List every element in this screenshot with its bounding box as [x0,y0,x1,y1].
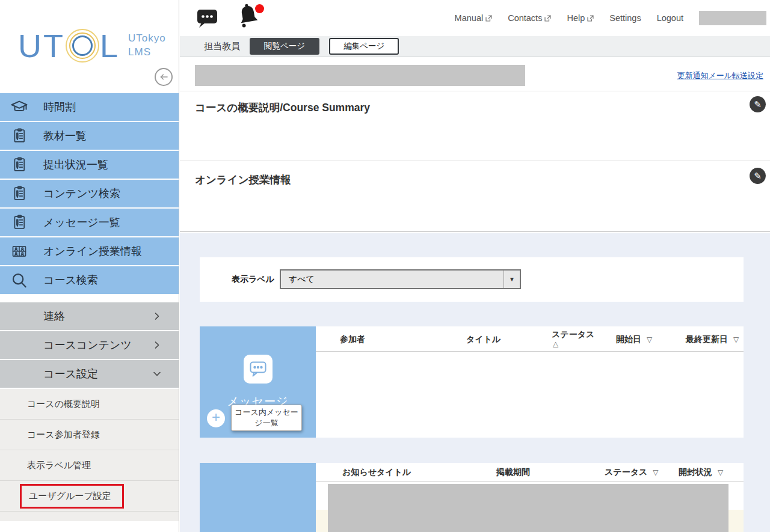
arrow-left-icon [158,72,169,82]
sidebar-item-submission-status[interactable]: 提出状況一覧 [0,151,179,180]
logo-text-ut: UT [18,29,65,62]
help-link[interactable]: Help [567,13,594,23]
notification-badge [255,4,264,13]
sidebar-item-display-label-management[interactable]: 表示ラベル管理 [0,450,179,481]
manual-link-label: Manual [455,13,484,23]
logo-subtitle: UTokyo LMS [128,32,166,60]
sidebar-item-timetable[interactable]: 時間割 [0,93,179,122]
clipboard-icon [10,126,29,145]
tab-edit-page[interactable]: 編集ページ [329,38,399,55]
course-header-panel: 更新通知メール転送設定 コースの概要説明/Course Summary ✎ オン… [180,57,770,232]
column-status-sortable[interactable]: ステータス ▽ [605,467,658,478]
video-meeting-grid-icon [10,242,29,261]
display-label-filter-panel: 表示ラベル すべて ▼ [200,257,744,302]
divider [180,161,770,161]
sort-descending-icon: ▽ [733,335,739,344]
settings-link-label: Settings [609,13,641,23]
sidebar-item-course-contents[interactable]: コースコンテンツ [0,331,179,360]
sidebar-item-label: コース検索 [43,273,98,287]
speech-bubble-icon [250,361,266,378]
page-mode-tabbar: 担当教員 閲覧ページ 編集ページ [180,36,770,57]
message-table: 参加者 タイトル ステータス △ 開始日 ▽ 最終更新日 ▽ [316,326,744,438]
announcement-card-blue-panel [200,463,316,532]
sidebar-item-label: 教材一覧 [43,129,87,143]
sidebar-item-course-settings[interactable]: コース設定 [0,360,179,389]
clipboard-icon [10,184,29,203]
sidebar-item-label: 連絡 [43,309,65,323]
sidebar-item-label: メッセージ一覧 [43,215,120,230]
logout-link[interactable]: Logout [657,13,683,23]
message-card: メッセージ + コース内メッセージ一覧 参加者 タイトル ステータス △ [200,326,744,438]
utol-logo: UT L UTokyo LMS [18,29,166,63]
settings-link[interactable]: Settings [609,13,641,23]
utol-lms-page: UT L UTokyo LMS [0,0,770,532]
plus-icon: + [212,409,220,425]
clipboard-icon [10,213,29,232]
notification-bell-icon[interactable] [236,2,263,32]
course-settings-submenu: コースの概要説明 コース参加者登録 表示ラベル管理 ユーザグループ設定 [0,389,179,521]
topbar-links: Manual Contacts Help [455,0,766,36]
messages-bubble-icon[interactable] [196,7,219,29]
column-read-status-sortable[interactable]: 開封状況 ▽ [679,467,723,478]
filter-label: 表示ラベル [232,274,274,285]
column-status-sortable[interactable]: ステータス △ [552,329,594,348]
sidebar-secondary-nav: 連絡 コースコンテンツ コース設定 [0,302,179,389]
announcement-table: お知らせタイトル 掲載期間 ステータス ▽ 開封状況 ▽ [316,463,744,532]
sidebar-item-label: ユーザグループ設定 [29,491,111,501]
sidebar-collapse-button[interactable] [155,68,173,86]
chevron-right-icon [151,339,163,351]
logout-link-label: Logout [657,13,683,23]
tab-view-page[interactable]: 閲覧ページ [250,38,319,55]
external-link-icon [544,15,551,22]
update-mail-forward-link[interactable]: 更新通知メール転送設定 [677,70,763,81]
sidebar-item-online-class-info[interactable]: オンライン授業情報 [0,237,179,266]
column-participant: 参加者 [340,334,365,345]
sidebar-item-label: コース設定 [43,367,98,381]
edit-summary-button[interactable]: ✎ [750,96,766,112]
column-announcement-title: お知らせタイトル [342,467,411,478]
sidebar-item-label: コンテンツ検索 [43,186,120,201]
search-icon [10,271,29,290]
sidebar-item-contact[interactable]: 連絡 [0,302,179,331]
chevron-right-icon [151,310,163,322]
contacts-link[interactable]: Contacts [508,13,551,23]
topbar: Manual Contacts Help [180,0,770,36]
page-body: 表示ラベル すべて ▼ [180,233,770,532]
display-label-select[interactable]: すべて ▼ [280,269,521,289]
redacted-course-title [195,65,525,86]
pencil-icon: ✎ [754,171,762,182]
logo-circle-icon [66,29,99,63]
external-link-icon [485,15,492,22]
redacted-announcement [328,484,728,532]
add-message-button[interactable]: + [207,409,225,427]
sidebar-item-label: コースの概要説明 [27,399,100,410]
sidebar-item-label: 表示ラベル管理 [27,460,91,471]
select-value: すべて [281,271,504,288]
red-highlight-box: ユーザグループ設定 [20,484,124,509]
sidebar-item-user-group-settings[interactable]: ユーザグループ設定 [0,481,179,512]
announcement-table-header: お知らせタイトル 掲載期間 ステータス ▽ 開封状況 ▽ [316,463,744,482]
sort-ascending-icon: △ [553,340,594,348]
sidebar-item-label: コース参加者登録 [27,429,100,441]
logo-text-l: L [100,29,120,62]
redacted-username [699,11,766,25]
sidebar-item-label: コースコンテンツ [43,338,132,352]
sort-descending-icon: ▽ [647,335,652,344]
sidebar-item-course-participants[interactable]: コース参加者登録 [0,420,179,450]
sidebar-item-message-list[interactable]: メッセージ一覧 [0,209,179,237]
help-link-label: Help [567,13,585,23]
external-link-icon [587,15,594,22]
edit-online-class-button[interactable]: ✎ [750,168,766,184]
logo-area: UT L UTokyo LMS [0,0,179,93]
column-start-date-sortable[interactable]: 開始日 ▽ [616,334,652,345]
sidebar-item-course-search[interactable]: コース検索 [0,266,179,295]
sidebar-item-course-summary[interactable]: コースの概要説明 [0,389,179,420]
sidebar-item-materials[interactable]: 教材一覧 [0,122,179,151]
sidebar-item-content-search[interactable]: コンテンツ検索 [0,180,179,209]
sort-descending-icon: ▽ [653,468,658,477]
manual-link[interactable]: Manual [455,13,493,23]
main-area: Manual Contacts Help [180,0,770,532]
column-last-updated-sortable[interactable]: 最終更新日 ▽ [686,334,739,345]
course-summary-title: コースの概要説明/Course Summary [195,100,370,115]
sidebar-item-label: オンライン授業情報 [43,244,142,258]
